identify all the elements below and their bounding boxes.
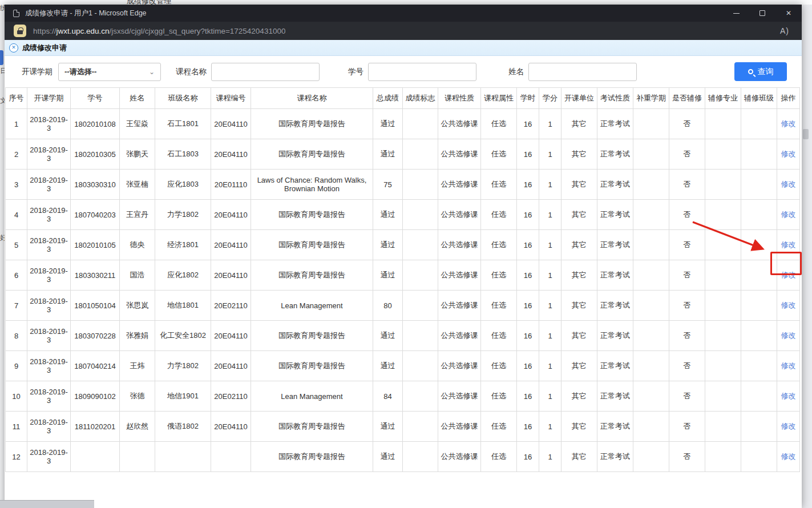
background-sliver-right bbox=[803, 129, 809, 139]
table-cell: 16 bbox=[517, 139, 539, 170]
table-cell: 通过 bbox=[373, 230, 403, 260]
table-cell: 任选 bbox=[481, 200, 517, 230]
table-cell bbox=[633, 442, 669, 472]
table-cell bbox=[633, 230, 669, 260]
background-page-title: 成绩修改管理 bbox=[127, 0, 171, 5]
window-controls: ✕ bbox=[723, 5, 802, 22]
table-cell bbox=[633, 139, 669, 170]
table-cell bbox=[705, 442, 741, 472]
course-name-input[interactable] bbox=[211, 63, 320, 81]
table-cell: 1 bbox=[539, 291, 561, 321]
student-id-input[interactable] bbox=[368, 63, 476, 81]
background-glyph: 日 bbox=[0, 66, 5, 76]
table-cell: 20E04110 bbox=[211, 230, 251, 260]
table-cell: 20E04110 bbox=[211, 321, 251, 351]
modify-link[interactable]: 修改 bbox=[781, 240, 796, 249]
table-cell: 地信1901 bbox=[155, 381, 211, 412]
table-cell: 国际教育周专题报告 bbox=[251, 230, 373, 260]
table-cell: 1 bbox=[539, 412, 561, 442]
table-cell bbox=[403, 230, 438, 260]
background-corner bbox=[0, 500, 94, 508]
action-cell: 修改 bbox=[777, 200, 800, 230]
table-cell bbox=[403, 109, 438, 139]
url-text[interactable]: https://jwxt.upc.edu.cn/jsxsd/cjgl/cjxgg… bbox=[33, 27, 285, 35]
term-select-value: --请选择-- bbox=[64, 67, 96, 77]
column-header: 辅修班级 bbox=[741, 88, 777, 109]
table-cell: 5 bbox=[6, 230, 27, 260]
column-header: 是否辅修 bbox=[669, 88, 705, 109]
modify-link[interactable]: 修改 bbox=[781, 422, 796, 430]
action-cell: 修改 bbox=[777, 412, 800, 442]
modify-link[interactable]: 修改 bbox=[781, 150, 796, 158]
name-label: 姓名 bbox=[508, 67, 524, 77]
table-cell: 张德 bbox=[120, 381, 155, 412]
table-cell: 20E02110 bbox=[211, 381, 251, 412]
modify-link[interactable]: 修改 bbox=[781, 452, 796, 461]
url-domain: jwxt.upc.edu.cn bbox=[56, 27, 110, 35]
background-left-strip: 统 日 文 好 bbox=[0, 5, 5, 500]
column-header: 开课单位 bbox=[561, 88, 597, 109]
table-cell: 16 bbox=[517, 200, 539, 230]
modify-link[interactable]: 修改 bbox=[781, 210, 796, 219]
table-cell: 通过 bbox=[373, 200, 403, 230]
close-button[interactable]: ✕ bbox=[775, 5, 802, 22]
table-cell: 2018-2019-3 bbox=[27, 412, 71, 442]
table-row: 12018-2019-31802010108王玺焱石工180120E04110国… bbox=[6, 109, 800, 139]
read-aloud-icon[interactable]: A) bbox=[780, 26, 789, 35]
table-cell: 国际教育周专题报告 bbox=[251, 321, 373, 351]
table-cell: 公共选修课 bbox=[438, 351, 481, 381]
titlebar: 成绩修改申请 - 用户1 - Microsoft Edge ✕ bbox=[5, 5, 802, 22]
table-cell bbox=[403, 291, 438, 321]
query-button[interactable]: 查询 bbox=[734, 62, 787, 81]
table-cell: 16 bbox=[517, 351, 539, 381]
table-cell: 正常考试 bbox=[597, 442, 633, 472]
modify-link[interactable]: 修改 bbox=[781, 331, 796, 340]
modify-link[interactable]: 修改 bbox=[781, 119, 796, 128]
table-cell: 1 bbox=[539, 442, 561, 472]
table-cell: 正常考试 bbox=[597, 412, 633, 442]
table-cell: 20E02110 bbox=[211, 291, 251, 321]
table-cell: 20E04110 bbox=[211, 109, 251, 139]
minimize-button[interactable] bbox=[723, 5, 749, 22]
table-cell: 公共选修课 bbox=[438, 291, 481, 321]
column-header: 学号 bbox=[71, 88, 120, 109]
table-cell bbox=[633, 351, 669, 381]
table-cell: 否 bbox=[669, 260, 705, 291]
table-cell: 通过 bbox=[373, 260, 403, 291]
table-cell bbox=[633, 200, 669, 230]
table-cell: 应化1803 bbox=[155, 170, 211, 200]
results-table: 序号开课学期学号姓名班级名称课程编号课程名称总成绩成绩标志课程性质课程属性学时学… bbox=[5, 87, 800, 472]
table-cell: 国际教育周专题报告 bbox=[251, 260, 373, 291]
browser-window: 成绩修改申请 - 用户1 - Microsoft Edge ✕ https://… bbox=[5, 5, 802, 508]
table-cell: 公共选修课 bbox=[438, 170, 481, 200]
lock-icon[interactable] bbox=[14, 25, 26, 37]
name-input[interactable] bbox=[528, 63, 637, 81]
modify-link[interactable]: 修改 bbox=[781, 392, 796, 400]
column-header: 辅修专业 bbox=[705, 88, 741, 109]
table-body: 12018-2019-31802010108王玺焱石工180120E04110国… bbox=[6, 109, 800, 472]
table-cell: 其它 bbox=[561, 442, 597, 472]
modify-link[interactable]: 修改 bbox=[781, 361, 796, 370]
table-cell: 2018-2019-3 bbox=[27, 351, 71, 381]
table-cell: 2018-2019-3 bbox=[27, 109, 71, 139]
modify-link[interactable]: 修改 bbox=[781, 180, 796, 188]
table-cell: 任选 bbox=[481, 381, 517, 412]
column-header: 成绩标志 bbox=[403, 88, 438, 109]
table-cell: 张思岚 bbox=[120, 291, 155, 321]
page-content: ✕ 成绩修改申请 开课学期 --请选择-- ⌄ 课程名称 学号 姓名 查询 bbox=[5, 40, 802, 508]
maximize-button[interactable] bbox=[749, 5, 775, 22]
table-cell: 任选 bbox=[481, 139, 517, 170]
table-cell: 国际教育周专题报告 bbox=[251, 109, 373, 139]
table-cell: 张雅娟 bbox=[120, 321, 155, 351]
table-cell: 否 bbox=[669, 442, 705, 472]
close-page-icon[interactable]: ✕ bbox=[9, 43, 18, 53]
table-cell: 国际教育周专题报告 bbox=[251, 200, 373, 230]
table-cell: 1801050104 bbox=[71, 291, 120, 321]
column-header: 学分 bbox=[539, 88, 561, 109]
table-cell: Laws of Chance: Random Walks, Brownian M… bbox=[251, 170, 373, 200]
table-cell: 石工1801 bbox=[155, 109, 211, 139]
table-cell: 2018-2019-3 bbox=[27, 230, 71, 260]
term-select[interactable]: --请选择-- ⌄ bbox=[58, 63, 161, 81]
table-cell bbox=[741, 442, 777, 472]
modify-link[interactable]: 修改 bbox=[781, 301, 796, 309]
